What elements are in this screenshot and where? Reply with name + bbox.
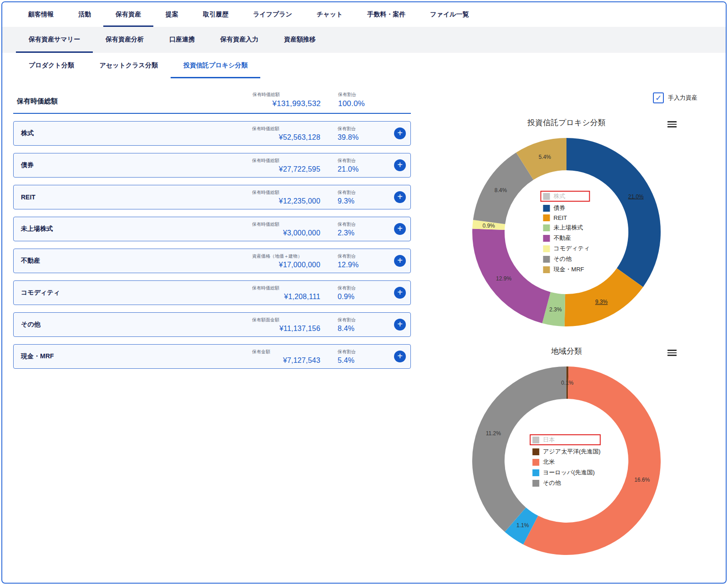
asset-amount-label: 保有時価総額	[252, 221, 320, 228]
asset-ratio-column: 保有割合 21.0%	[338, 158, 379, 173]
tab-top_nav-6[interactable]: チャット	[304, 2, 355, 27]
segment-percent-label: 8.4%	[495, 187, 507, 193]
expand-plus-button[interactable]: +	[394, 319, 406, 331]
total-ratio-label: 保有割合	[338, 92, 380, 98]
asset-amount-value: ¥52,563,128	[252, 133, 320, 142]
asset-ratio-value: 2.3%	[338, 229, 379, 237]
checkbox-checked-icon[interactable]: ✓	[653, 92, 664, 103]
legend-item[interactable]: 株式	[541, 191, 590, 202]
legend-label: 不動産	[554, 234, 571, 242]
holdings-sub-nav: 保有資産サマリー保有資産分析口座連携保有資産入力資産額推移	[2, 27, 726, 53]
asset-actions: +	[379, 159, 406, 171]
chart-menu-icon[interactable]	[667, 348, 677, 357]
total-amount-value: ¥131,993,532	[253, 99, 321, 108]
tab-sub_nav-2[interactable]: 口座連携	[157, 27, 207, 53]
asset-amount-column: 保有時価総額 ¥52,563,128	[252, 126, 320, 142]
tab-category_tabs-1[interactable]: アセットクラス分類	[87, 53, 171, 78]
asset-amount-label: 保有額面金額	[252, 317, 320, 323]
legend-item[interactable]: REIT	[543, 214, 590, 221]
legend-item[interactable]: その他	[532, 479, 601, 487]
tab-sub_nav-0[interactable]: 保有資産サマリー	[16, 27, 93, 53]
tab-sub_nav-4[interactable]: 資産額推移	[271, 27, 329, 53]
legend-item[interactable]: 北米	[532, 458, 601, 466]
total-amount-label: 保有時価総額	[253, 92, 321, 98]
expand-plus-button[interactable]: +	[394, 351, 406, 362]
legend-item[interactable]: 債券	[543, 204, 590, 212]
donut-segment[interactable]	[565, 278, 630, 310]
legend-item[interactable]: 未上場株式	[543, 224, 590, 232]
asset-amount-column: 保有時価総額 ¥12,235,000	[252, 189, 320, 205]
tab-sub_nav-1[interactable]: 保有資産分析	[93, 27, 157, 53]
legend-item[interactable]: 現金・MRF	[543, 265, 590, 274]
asset-name: 株式	[21, 129, 252, 137]
donut-segment[interactable]	[489, 229, 546, 308]
expand-plus-button[interactable]: +	[394, 287, 406, 299]
tab-top_nav-7[interactable]: 手数料・案件	[355, 2, 418, 27]
tab-top_nav-2[interactable]: 保有資産	[103, 2, 153, 27]
legend-item[interactable]: アジア太平洋(先進国)	[532, 448, 601, 456]
expand-plus-button[interactable]: +	[394, 127, 406, 139]
donut-segment[interactable]	[489, 166, 525, 222]
asset-amount-label: 保有時価総額	[252, 158, 320, 164]
asset-row: 株式 保有時価総額 ¥52,563,128 保有割合 39.8% +	[13, 121, 411, 146]
expand-plus-button[interactable]: +	[394, 223, 406, 235]
asset-name: 不動産	[21, 257, 252, 265]
chart-menu-icon[interactable]	[667, 120, 677, 129]
expand-plus-button[interactable]: +	[394, 191, 406, 203]
asset-amount-label: 資産価格（地価＋建物）	[252, 253, 320, 259]
legend-label: ヨーロッパ(先進国)	[543, 468, 595, 477]
asset-amount-column: 保有金額 ¥7,127,543	[252, 349, 320, 365]
tab-sub_nav-3[interactable]: 保有資産入力	[207, 27, 271, 53]
legend-item[interactable]: その他	[543, 255, 590, 263]
expand-plus-button[interactable]: +	[394, 255, 406, 267]
asset-ratio-column: 保有割合 9.3%	[338, 189, 379, 205]
total-amount-column: 保有時価総額 ¥131,993,532	[253, 92, 321, 108]
asset-amount-label: 保有時価総額	[252, 189, 320, 196]
asset-ratio-value: 12.9%	[338, 261, 379, 269]
expand-plus-button[interactable]: +	[394, 159, 406, 171]
asset-amount-value: ¥17,000,000	[252, 261, 320, 269]
tab-top_nav-0[interactable]: 顧客情報	[16, 2, 66, 27]
legend-swatch-icon	[543, 235, 550, 242]
tab-category_tabs-2[interactable]: 投資信託プロキシ分類	[171, 53, 260, 78]
asset-row: 未上場株式 保有時価総額 ¥3,000,000 保有割合 2.3% +	[13, 217, 411, 241]
asset-ratio-label: 保有割合	[338, 349, 379, 355]
asset-ratio-label: 保有割合	[338, 189, 379, 196]
tab-top_nav-1[interactable]: 活動	[66, 2, 103, 27]
legend-swatch-icon	[532, 469, 539, 476]
asset-row: 債券 保有時価総額 ¥27,722,595 保有割合 21.0% +	[13, 153, 411, 178]
tab-category_tabs-0[interactable]: プロダクト分類	[16, 53, 87, 78]
asset-row: 現金・MRF 保有金額 ¥7,127,543 保有割合 5.4% +	[13, 344, 411, 369]
segment-percent-label: 0.9%	[482, 223, 495, 229]
legend-label: その他	[543, 479, 561, 487]
tab-top_nav-5[interactable]: ライフプラン	[241, 2, 304, 27]
tab-top_nav-4[interactable]: 取引履歴	[191, 2, 241, 27]
tab-top_nav-3[interactable]: 提案	[153, 2, 191, 27]
legend-item[interactable]: 日本	[530, 434, 601, 445]
asset-amount-column: 資産価格（地価＋建物） ¥17,000,000	[252, 253, 320, 269]
legend-swatch-icon	[543, 245, 550, 252]
total-summary-row: 保有時価総額 保有時価総額 ¥131,993,532 保有割合 100.0%	[13, 92, 411, 114]
legend-label: 株式	[554, 192, 566, 200]
legend-item[interactable]: ヨーロッパ(先進国)	[532, 468, 601, 477]
legend-item[interactable]: コモディティ	[543, 244, 590, 253]
chart-title: 投資信託プロキシ分類	[471, 116, 662, 130]
asset-ratio-label: 保有割合	[338, 285, 379, 291]
asset-ratio-label: 保有割合	[338, 317, 379, 323]
tab-top_nav-8[interactable]: ファイル一覧	[418, 2, 481, 27]
asset-row: REIT 保有時価総額 ¥12,235,000 保有割合 9.3% +	[13, 185, 411, 209]
asset-actions: +	[379, 223, 406, 235]
legend-item[interactable]: 不動産	[543, 234, 590, 242]
app-window: 顧客情報活動保有資産提案取引履歴ライフプランチャット手数料・案件ファイル一覧 保…	[1, 1, 727, 584]
region-classification-chart: 地域分類 0.1%16.6%1.1%11.2% 日本アジア太平洋(先進国)北米ヨ…	[471, 345, 662, 556]
legend-swatch-icon	[543, 193, 550, 200]
legend-label: REIT	[554, 214, 567, 221]
segment-percent-label: 21.0%	[628, 193, 644, 200]
manual-asset-toggle[interactable]: ✓ 手入力資産	[653, 92, 698, 103]
asset-ratio-value: 9.3%	[338, 197, 379, 205]
asset-amount-value: ¥3,000,000	[252, 229, 320, 237]
asset-actions: +	[379, 127, 406, 139]
legend-label: コモディティ	[554, 244, 590, 253]
asset-ratio-value: 5.4%	[338, 356, 379, 365]
asset-ratio-label: 保有割合	[338, 253, 379, 259]
